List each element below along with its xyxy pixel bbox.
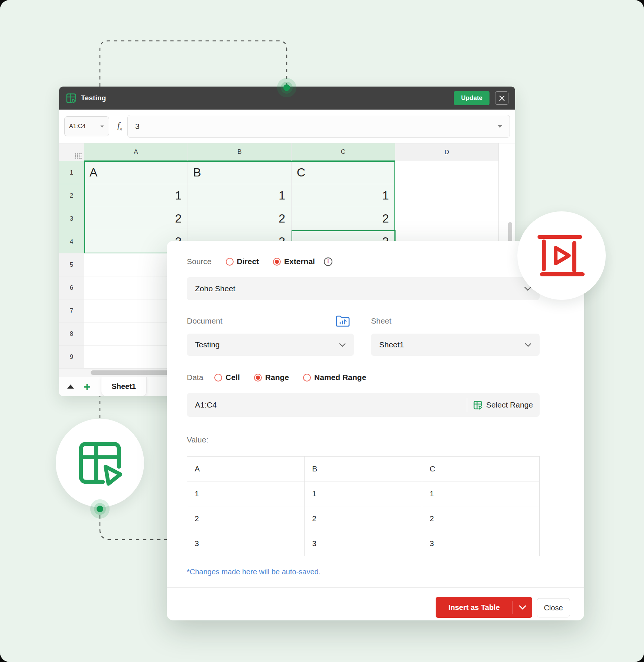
value-preview-table: ABC111222333 <box>187 456 540 556</box>
service-select[interactable]: Zoho Sheet <box>187 277 540 300</box>
chevron-down-icon <box>525 343 531 347</box>
cell-B1[interactable]: B <box>188 161 292 184</box>
row-header-1[interactable]: 1 <box>59 161 84 184</box>
window-titlebar: Testing Update <box>59 87 515 110</box>
insert-as-table-button[interactable]: Insert as Table <box>436 597 532 618</box>
formula-value: 3 <box>135 122 140 131</box>
source-radio-group: DirectExternali <box>226 257 332 266</box>
add-sheet-button[interactable]: + <box>84 381 91 393</box>
cell-C2[interactable]: 1 <box>292 184 395 207</box>
document-select[interactable]: Testing <box>187 334 354 356</box>
row-header-3[interactable]: 3 <box>59 207 84 230</box>
name-box-value: A1:C4 <box>69 123 85 130</box>
presentation-play-icon <box>537 231 586 280</box>
value-table-row: 222 <box>187 506 540 531</box>
chevron-down-icon <box>339 343 346 347</box>
value-table-cell: 1 <box>187 481 305 506</box>
info-icon: i <box>324 257 332 266</box>
name-box-caret-icon <box>100 125 104 127</box>
value-table-cell: 3 <box>187 531 305 556</box>
row-header-7[interactable]: 7 <box>59 299 84 322</box>
select-range-grid-icon <box>473 400 482 410</box>
row-header-9[interactable]: 9 <box>59 345 84 369</box>
radio-circle-icon <box>214 374 222 382</box>
show-logo-circle <box>517 211 606 300</box>
value-table-cell: 2 <box>422 506 539 531</box>
value-table-row: 333 <box>187 531 540 556</box>
formula-bar: A1:C4 fx 3 <box>59 110 515 143</box>
radio-range[interactable]: Range <box>254 373 289 382</box>
footer-divider <box>167 587 584 588</box>
radio-external[interactable]: External <box>273 257 315 266</box>
radio-label: Named Range <box>314 373 366 382</box>
radio-cell[interactable]: Cell <box>214 373 240 382</box>
column-header-B[interactable]: B <box>188 143 292 161</box>
radio-circle-icon <box>303 374 311 382</box>
radio-label: Range <box>265 373 289 382</box>
grid-row: 2111 <box>59 184 515 207</box>
row-header-2[interactable]: 2 <box>59 184 84 207</box>
service-select-value: Zoho Sheet <box>195 284 235 293</box>
value-table-cell: 1 <box>305 481 422 506</box>
radio-circle-icon <box>273 258 281 266</box>
range-input-divider <box>467 398 467 412</box>
cell-A2[interactable]: 1 <box>84 184 188 207</box>
name-box[interactable]: A1:C4 <box>64 116 109 136</box>
row-header-8[interactable]: 8 <box>59 322 84 345</box>
radio-circle-icon <box>254 374 262 382</box>
radio-direct[interactable]: Direct <box>226 257 259 266</box>
value-table-header: B <box>305 457 422 481</box>
cell-A3[interactable]: 2 <box>84 207 188 230</box>
insert-data-dialog: Source DirectExternali Zoho Sheet Docume… <box>167 241 584 620</box>
dialog-close-button[interactable]: Close <box>537 598 570 617</box>
select-range-button[interactable]: Select Range <box>473 400 533 410</box>
sheet-logo-circle <box>56 419 144 507</box>
source-row: Source DirectExternali <box>187 257 332 266</box>
column-header-D[interactable]: D <box>395 143 499 161</box>
cell-D2[interactable] <box>395 184 499 207</box>
document-sheet-labels: Document Sheet <box>187 314 540 329</box>
browse-document-icon[interactable] <box>335 314 350 328</box>
cell-B3[interactable]: 2 <box>188 207 292 230</box>
data-row: Data CellRangeNamed Range <box>187 373 366 382</box>
page-background: Testing Update A1:C4 fx 3 ABCD1ABC21113 <box>0 0 644 662</box>
value-table-header-row: ABC <box>187 457 540 481</box>
range-input-value: A1:C4 <box>195 400 217 409</box>
update-button[interactable]: Update <box>454 91 489 105</box>
select-all-corner[interactable] <box>59 143 84 161</box>
value-table-cell: 2 <box>305 506 422 531</box>
cell-C1[interactable]: C <box>292 161 395 184</box>
value-table-cell: 1 <box>422 481 539 506</box>
formula-input[interactable]: 3 <box>127 115 510 138</box>
radio-label: External <box>284 257 315 266</box>
cell-D1[interactable] <box>395 161 499 184</box>
row-header-5[interactable]: 5 <box>59 253 84 276</box>
column-header-A[interactable]: A <box>84 143 188 161</box>
sheet-select[interactable]: Sheet1 <box>371 334 540 356</box>
source-label: Source <box>187 257 212 266</box>
cell-C3[interactable]: 2 <box>292 207 395 230</box>
data-radio-group: CellRangeNamed Range <box>214 373 366 382</box>
cell-A1[interactable]: A <box>84 161 188 184</box>
autosave-note: *Changes made here will be auto-saved. <box>187 568 321 576</box>
insert-options-chevron[interactable] <box>513 597 532 618</box>
column-header-row: ABCD <box>59 143 515 161</box>
row-header-6[interactable]: 6 <box>59 276 84 299</box>
sheet-tab[interactable]: Sheet1 <box>101 377 147 396</box>
window-close-button[interactable] <box>495 91 508 105</box>
range-input[interactable]: A1:C4 Select Range <box>187 393 540 417</box>
data-label: Data <box>187 373 203 382</box>
value-label: Value: <box>187 435 208 444</box>
sheet-list-arrow-icon[interactable] <box>67 384 74 389</box>
radio-named-range[interactable]: Named Range <box>303 373 366 382</box>
cell-D3[interactable] <box>395 207 499 230</box>
sheet-app-icon <box>66 93 77 104</box>
document-label: Document <box>187 317 222 325</box>
column-header-C[interactable]: C <box>292 143 395 161</box>
fx-icon: fx <box>117 121 122 132</box>
formula-expand-caret-icon <box>498 125 502 128</box>
grid-corner-icon <box>74 153 82 159</box>
close-icon <box>499 95 505 101</box>
row-header-4[interactable]: 4 <box>59 230 84 253</box>
cell-B2[interactable]: 1 <box>188 184 292 207</box>
